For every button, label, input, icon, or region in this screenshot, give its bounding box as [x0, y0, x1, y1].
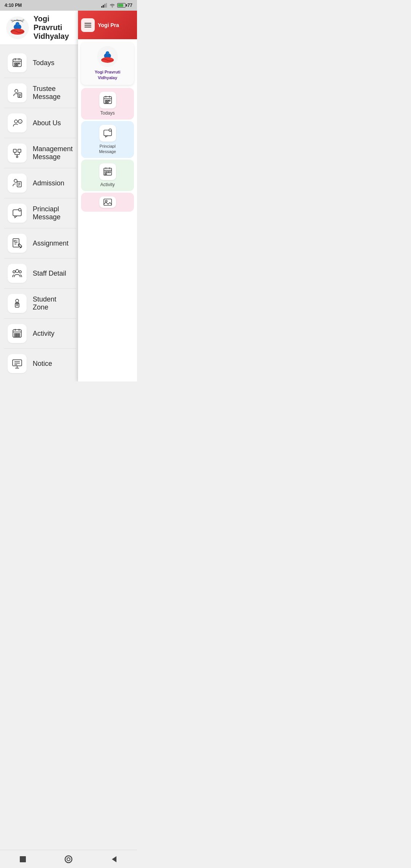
app-logo: વાસ્તવ વિદ્યા સ© — [6, 16, 29, 39]
header-title: Yogi Pravruti Vidhyalay — [33, 14, 74, 41]
todays-icon-box — [8, 53, 27, 72]
student-label: Student Zone — [33, 295, 72, 311]
menu-item-about-us[interactable]: i About Us — [0, 108, 80, 138]
admission-icon — [12, 178, 22, 188]
principal-label: Princiapl Message — [33, 205, 72, 221]
staff-label: Staff Detail — [33, 270, 66, 278]
student-reading-icon — [12, 298, 22, 309]
hamburger-button[interactable] — [81, 18, 95, 32]
svg-rect-66 — [16, 335, 18, 337]
time: 4:10 PM — [5, 3, 22, 8]
svg-point-52 — [16, 299, 19, 302]
svg-rect-88 — [107, 100, 108, 101]
svg-rect-64 — [18, 333, 20, 335]
grid-gallery-icon-box — [99, 196, 116, 208]
grid-todays-label: Todays — [100, 110, 115, 116]
svg-marker-48 — [20, 247, 21, 248]
svg-rect-16 — [16, 63, 18, 64]
activity-label: Activity — [33, 330, 54, 338]
signal-icon — [101, 3, 107, 8]
hamburger-icon — [84, 22, 91, 28]
battery-icon — [117, 3, 126, 8]
svg-rect-18 — [14, 65, 16, 66]
svg-rect-89 — [108, 100, 110, 101]
svg-rect-19 — [16, 65, 18, 66]
menu-item-admission[interactable]: Admission — [0, 168, 80, 198]
todays-label: Todays — [33, 59, 54, 67]
app-header: વાસ્તવ વિદ્યા સ© Yogi Pr — [0, 11, 80, 45]
grid-item-activity[interactable]: Activity — [81, 160, 134, 191]
svg-rect-67 — [18, 335, 20, 337]
grid-principal-icon-box: ! — [99, 125, 116, 142]
menu-item-student-zone[interactable]: Student Zone — [0, 289, 80, 318]
svg-rect-15 — [14, 63, 16, 64]
menu-item-principal[interactable]: ! Princiapl Message — [0, 198, 80, 228]
svg-rect-62 — [14, 333, 16, 335]
staff-icon-box — [8, 264, 27, 283]
activity-calendar-icon — [12, 328, 22, 339]
svg-point-8 — [16, 22, 19, 26]
grid-activity-label: Activity — [100, 182, 115, 187]
chat-bubble-icon: ! — [12, 208, 22, 219]
assignment-label: Assignment — [33, 239, 68, 247]
svg-rect-0 — [101, 6, 102, 8]
school-card-logo — [97, 46, 118, 67]
panel-header: Yogi Pra — [78, 11, 137, 39]
svg-point-34 — [16, 156, 18, 158]
school-card-name: Yogi PravrutiVidhyalay — [95, 69, 121, 81]
grid-todays-icon-box — [99, 92, 116, 108]
status-icons: 77 — [101, 3, 132, 8]
svg-rect-103 — [104, 199, 111, 206]
svg-point-25 — [14, 120, 18, 123]
svg-point-10 — [11, 29, 24, 35]
svg-rect-91 — [107, 102, 108, 103]
menu-item-activity[interactable]: Activity — [0, 319, 80, 348]
admission-label: Admission — [33, 179, 64, 187]
svg-line-56 — [15, 302, 17, 303]
svg-point-20 — [15, 89, 18, 93]
grid-principal-label: PrinciaplMessage — [99, 144, 116, 155]
about-label: About Us — [33, 119, 61, 127]
image-icon — [103, 197, 113, 207]
grid-activity-icon — [103, 167, 113, 177]
svg-point-50 — [13, 271, 15, 273]
svg-rect-43 — [13, 239, 19, 247]
calendar-grid-icon — [12, 57, 22, 68]
grid-item-todays[interactable]: Todays — [81, 88, 134, 120]
svg-rect-63 — [16, 333, 18, 335]
svg-rect-87 — [105, 100, 107, 101]
grid-item-gallery[interactable] — [81, 193, 134, 212]
svg-text:i: i — [20, 121, 21, 123]
svg-point-49 — [16, 270, 19, 273]
svg-point-82 — [101, 57, 114, 63]
menu-item-notice[interactable]: Notice — [0, 349, 80, 378]
svg-rect-90 — [105, 102, 107, 103]
svg-rect-101 — [108, 171, 110, 173]
svg-rect-65 — [14, 335, 16, 337]
svg-rect-100 — [107, 171, 109, 173]
svg-point-35 — [14, 179, 17, 182]
menu-item-trustee-message[interactable]: Trustee Message — [0, 78, 80, 108]
menu-item-assignment[interactable]: Assignment — [0, 228, 80, 258]
menu-item-staff-detail[interactable]: Staff Detail — [0, 258, 80, 288]
svg-rect-1 — [103, 5, 104, 8]
menu-item-todays[interactable]: Todays — [0, 48, 80, 78]
status-bar: 4:10 PM 77 — [0, 0, 137, 11]
management-icon — [12, 148, 22, 158]
admission-icon-box — [8, 174, 27, 193]
principal-icon-box: ! — [8, 204, 27, 223]
grid-item-principal[interactable]: ! PrinciaplMessage — [81, 121, 134, 158]
management-icon-box — [8, 144, 27, 163]
school-card: Yogi PravrutiVidhyalay — [81, 42, 134, 85]
svg-point-80 — [107, 52, 109, 54]
about-icon-box: i — [8, 113, 27, 132]
svg-rect-29 — [18, 149, 21, 152]
grid-calendar-icon — [103, 95, 113, 105]
notice-icon-box — [8, 354, 27, 373]
svg-rect-99 — [105, 171, 107, 173]
menu-item-management[interactable]: Management Message — [0, 138, 80, 168]
panel-title: Yogi Pra — [98, 22, 119, 28]
person-doc-icon — [12, 88, 22, 98]
battery-level: 77 — [127, 3, 132, 8]
svg-line-57 — [17, 302, 19, 303]
